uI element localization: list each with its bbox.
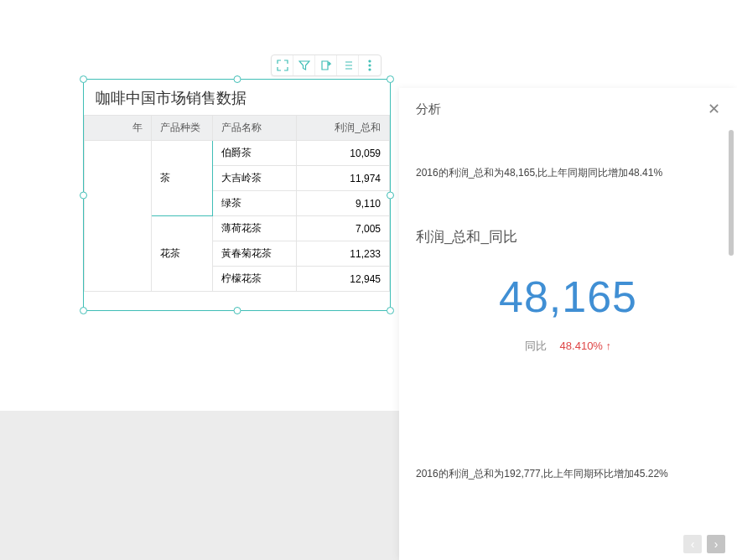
close-icon[interactable]: ✕ xyxy=(708,100,720,118)
cell-pname[interactable]: 伯爵茶 xyxy=(212,141,297,166)
cell-pname[interactable]: 薄荷花茶 xyxy=(212,216,297,241)
cell-pname[interactable]: 柠檬花茶 xyxy=(212,267,297,292)
cell-profit[interactable]: 9,110 xyxy=(297,191,390,216)
analysis-sentence-2: 2016的利润_总和为192,777,比上年同期环比增加45.22% xyxy=(416,467,720,481)
svg-point-1 xyxy=(369,65,371,66)
more-icon[interactable] xyxy=(359,55,381,75)
cell-profit[interactable]: 7,005 xyxy=(297,216,390,241)
col-pname[interactable]: 产品名称 xyxy=(212,116,297,141)
resize-handle-n[interactable] xyxy=(233,75,241,83)
data-table: 年 产品种类 产品名称 利润_总和 茶 伯爵茶 10,059 大吉岭茶 11,9… xyxy=(84,115,390,292)
analysis-sentence-1: 2016的利润_总和为48,165,比上年同期同比增加48.41% xyxy=(416,166,720,180)
svg-point-0 xyxy=(369,60,371,62)
cell-profit[interactable]: 11,233 xyxy=(297,241,390,267)
analysis-pager: ‹ › xyxy=(399,528,737,560)
col-ptype[interactable]: 产品种类 xyxy=(152,116,212,141)
resize-handle-nw[interactable] xyxy=(80,75,87,83)
cell-year[interactable] xyxy=(85,141,152,292)
cell-profit[interactable]: 11,974 xyxy=(297,166,390,191)
analysis-panel: 分析 ✕ 2016的利润_总和为48,165,比上年同期同比增加48.41% 利… xyxy=(399,88,737,560)
cell-profit[interactable]: 10,059 xyxy=(297,141,390,166)
resize-handle-ne[interactable] xyxy=(387,75,394,83)
jump-icon[interactable] xyxy=(315,55,337,75)
cell-ptype[interactable]: 茶 xyxy=(152,141,212,216)
analysis-yoy: 同比 48.410% ↑ xyxy=(416,339,720,354)
analysis-title: 分析 xyxy=(416,101,441,117)
scrollbar[interactable] xyxy=(729,130,734,526)
yoy-value: 48.410% ↑ xyxy=(560,340,611,352)
resize-handle-e[interactable] xyxy=(387,191,394,199)
resize-handle-s[interactable] xyxy=(233,307,241,314)
table-widget[interactable]: 咖啡中国市场销售数据 年 产品种类 产品名称 利润_总和 茶 伯爵茶 10,05… xyxy=(84,80,390,310)
cell-profit[interactable]: 12,945 xyxy=(297,267,390,292)
cell-pname[interactable]: 黃春菊花茶 xyxy=(212,241,297,267)
prev-page-icon[interactable]: ‹ xyxy=(683,535,702,553)
analysis-big-number: 48,165 xyxy=(416,272,720,322)
analysis-subtitle: 利润_总和_同比 xyxy=(416,227,720,246)
expand-icon[interactable] xyxy=(272,55,293,75)
yoy-label: 同比 xyxy=(525,340,547,352)
resize-handle-w[interactable] xyxy=(80,191,87,199)
scrollbar-thumb[interactable] xyxy=(729,130,734,256)
col-profit[interactable]: 利润_总和 xyxy=(297,116,390,141)
resize-handle-sw[interactable] xyxy=(80,307,87,314)
next-page-icon[interactable]: › xyxy=(707,535,725,553)
widget-toolbar xyxy=(271,54,381,76)
cell-ptype[interactable]: 花茶 xyxy=(152,216,212,292)
widget-title: 咖啡中国市场销售数据 xyxy=(84,80,390,115)
cell-pname[interactable]: 大吉岭茶 xyxy=(212,166,297,191)
list-icon[interactable] xyxy=(337,55,359,75)
svg-point-2 xyxy=(369,69,371,70)
cell-pname[interactable]: 绿茶 xyxy=(212,191,297,216)
col-year[interactable]: 年 xyxy=(85,116,152,141)
resize-handle-se[interactable] xyxy=(387,307,394,314)
filter-icon[interactable] xyxy=(293,55,315,75)
